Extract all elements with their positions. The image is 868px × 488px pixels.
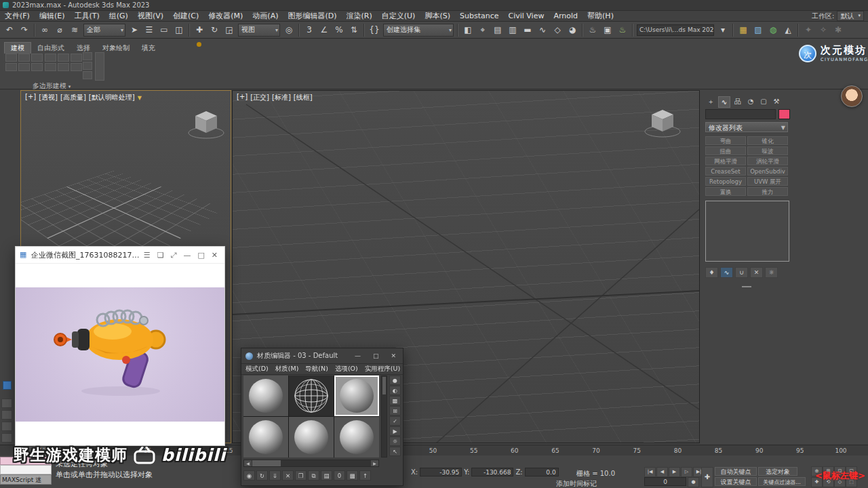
ribbon-tall-button[interactable] bbox=[95, 52, 104, 81]
previous-frame-icon[interactable]: ◀ bbox=[656, 467, 668, 477]
ribbon-tool-button[interactable] bbox=[83, 52, 92, 60]
modifier-button[interactable]: 扭曲 bbox=[705, 146, 746, 155]
ribbon-tool-button[interactable] bbox=[45, 54, 56, 62]
window-crossing-icon[interactable]: ◫ bbox=[172, 23, 186, 37]
arnold-icon[interactable]: ◭ bbox=[781, 23, 795, 37]
viewcube[interactable] bbox=[644, 107, 682, 141]
me-menu-模式(D)[interactable]: 模式(D) bbox=[245, 365, 269, 373]
wechat-screenshot-window[interactable]: ▦ 企业微信截图_17631088217859… ☰❏⤢—□✕ bbox=[15, 246, 225, 446]
modifier-stack[interactable] bbox=[705, 201, 789, 262]
display-tab-icon[interactable]: ▢ bbox=[758, 96, 769, 106]
ribbon-tool-button[interactable] bbox=[18, 54, 30, 62]
add-time-tag[interactable]: 添加时间标记 bbox=[556, 479, 597, 488]
scroll-right-icon[interactable]: ▶ bbox=[371, 460, 378, 466]
menu-item-9[interactable]: 图形编辑器(D) bbox=[283, 11, 341, 21]
timeline-tick-60[interactable]: 60 bbox=[508, 447, 521, 454]
ribbon-tool-button[interactable] bbox=[45, 63, 56, 71]
ribbon-tab-填充[interactable]: 填充 bbox=[136, 43, 161, 54]
show-end-result-icon[interactable]: ∿ bbox=[720, 267, 733, 278]
put-to-library-icon[interactable]: ▤ bbox=[321, 470, 332, 481]
render-setup-icon[interactable]: ♨ bbox=[586, 23, 599, 37]
menu-item-11[interactable]: 自定义(U) bbox=[377, 11, 420, 21]
workspace-dropdown[interactable]: 默认 ▾ bbox=[837, 11, 864, 21]
schematic-view-icon[interactable]: ◇ bbox=[551, 23, 564, 37]
scrollbar-track[interactable] bbox=[281, 460, 371, 466]
extra-tool-c-icon[interactable]: ✱ bbox=[831, 23, 845, 37]
curve-editor-icon[interactable]: ∿ bbox=[536, 23, 549, 37]
spinner-snap-icon[interactable]: ⇅ bbox=[347, 23, 361, 37]
ribbon-tool-button[interactable] bbox=[71, 54, 82, 62]
viewport-tab-icon[interactable] bbox=[1, 433, 12, 443]
make-copy-icon[interactable]: ❐ bbox=[295, 470, 307, 481]
wechat-close-icon[interactable]: ✕ bbox=[212, 251, 218, 260]
timeline-tick-50[interactable]: 50 bbox=[427, 447, 440, 454]
select-by-material-icon[interactable]: ↖ bbox=[389, 447, 401, 456]
menu-item-16[interactable]: 帮助(H) bbox=[583, 11, 618, 21]
selection-region-icon[interactable]: ▭ bbox=[157, 23, 171, 37]
get-material-icon[interactable]: ◉ bbox=[243, 470, 255, 481]
hierarchy-tab-icon[interactable]: 品 bbox=[732, 96, 743, 106]
material-slot-5[interactable] bbox=[289, 417, 334, 458]
viewport-label-part[interactable]: [线框] bbox=[294, 93, 313, 102]
me-close-icon[interactable]: ✕ bbox=[391, 352, 396, 359]
reset-map-icon[interactable]: ✕ bbox=[282, 470, 294, 481]
make-unique-icon[interactable]: ∪ bbox=[735, 267, 748, 278]
me-menu-实用程序(U)[interactable]: 实用程序(U) bbox=[365, 365, 400, 373]
go-to-start-icon[interactable]: |◀ bbox=[644, 467, 656, 477]
material-editor-icon[interactable]: ◕ bbox=[566, 23, 579, 37]
set-keys-button[interactable]: ✚ bbox=[701, 467, 713, 487]
scrollbar-thumb[interactable] bbox=[382, 377, 386, 394]
selection-set-dropdown[interactable]: 选定对象 bbox=[758, 467, 797, 476]
ribbon-tool-button[interactable] bbox=[58, 63, 69, 71]
wechat-pin-icon[interactable]: ❏ bbox=[157, 251, 164, 260]
viewport-label-part[interactable]: [正交] bbox=[250, 93, 269, 102]
modifier-button[interactable]: 涡轮平滑 bbox=[747, 157, 788, 165]
menu-item-15[interactable]: Arnold bbox=[549, 11, 583, 21]
timeline-tick-80[interactable]: 80 bbox=[671, 447, 684, 454]
make-preview-icon[interactable]: ▶ bbox=[389, 426, 401, 436]
viewport-label-part[interactable]: [默认明暗处理] bbox=[89, 93, 135, 102]
set-key-button[interactable]: 设置关键点 bbox=[715, 477, 757, 486]
sample-type-icon[interactable]: ● bbox=[389, 375, 401, 385]
material-slot-6[interactable] bbox=[334, 417, 379, 458]
modifier-button[interactable]: 网格平滑 bbox=[705, 157, 746, 165]
material-slot-3[interactable] bbox=[334, 375, 379, 416]
coord-z-field[interactable]: 0.0 bbox=[525, 468, 559, 476]
selection-filter-dropdown[interactable]: 全部▾ bbox=[83, 24, 125, 37]
menu-item-12[interactable]: 脚本(S) bbox=[420, 11, 455, 21]
go-to-parent-icon[interactable]: ↑ bbox=[359, 470, 371, 481]
ribbon-config-icon[interactable] bbox=[197, 42, 201, 47]
use-pivot-point-icon[interactable]: ◎ bbox=[282, 23, 296, 37]
me-maximize-icon[interactable]: □ bbox=[373, 352, 379, 359]
viewport-tab-icon[interactable] bbox=[1, 399, 12, 408]
timeline-tick-85[interactable]: 85 bbox=[712, 447, 726, 454]
ribbon-tool-button[interactable] bbox=[5, 54, 17, 62]
menu-item-5[interactable]: 视图(V) bbox=[133, 11, 168, 21]
menu-item-13[interactable]: Substance bbox=[455, 11, 504, 21]
ribbon-tool-button[interactable] bbox=[58, 54, 69, 62]
make-unique-icon[interactable]: ⧉ bbox=[308, 470, 319, 481]
wechat-minimize-icon[interactable]: — bbox=[183, 251, 191, 260]
viewport-layout-icon[interactable] bbox=[3, 381, 12, 390]
menu-item-7[interactable]: 修改器(M) bbox=[203, 11, 248, 21]
auto-key-button[interactable]: 自动关键点 bbox=[715, 467, 757, 476]
current-frame-field[interactable]: 0 bbox=[644, 477, 686, 486]
menu-item-4[interactable]: 组(G) bbox=[104, 11, 133, 21]
modifier-button[interactable]: OpenSubdiv bbox=[747, 167, 788, 176]
rollout-handle[interactable] bbox=[742, 286, 751, 287]
me-menu-材质(M)[interactable]: 材质(M) bbox=[275, 365, 299, 373]
select-and-rotate-icon[interactable]: ↻ bbox=[208, 23, 221, 37]
folder-dropdown-icon[interactable]: ▾ bbox=[716, 23, 730, 37]
viewport-label-part[interactable]: [+] bbox=[25, 93, 36, 102]
utilities-tab-icon[interactable]: ⚒ bbox=[771, 96, 782, 106]
menu-item-14[interactable]: Civil View bbox=[503, 11, 549, 21]
viewcube[interactable] bbox=[187, 108, 225, 142]
layer-explorer-icon[interactable]: ▥ bbox=[506, 23, 519, 37]
me-menu-选项(O)[interactable]: 选项(O) bbox=[335, 365, 358, 373]
viewport-label-part[interactable]: [高质量] bbox=[60, 93, 86, 102]
align-icon[interactable]: ⌖ bbox=[476, 23, 490, 37]
ribbon-tool-button[interactable] bbox=[18, 63, 30, 71]
menu-item-8[interactable]: 动画(A) bbox=[248, 11, 283, 21]
timeline-tick-90[interactable]: 90 bbox=[753, 447, 766, 454]
pin-stack-icon[interactable]: ♦ bbox=[705, 267, 718, 278]
